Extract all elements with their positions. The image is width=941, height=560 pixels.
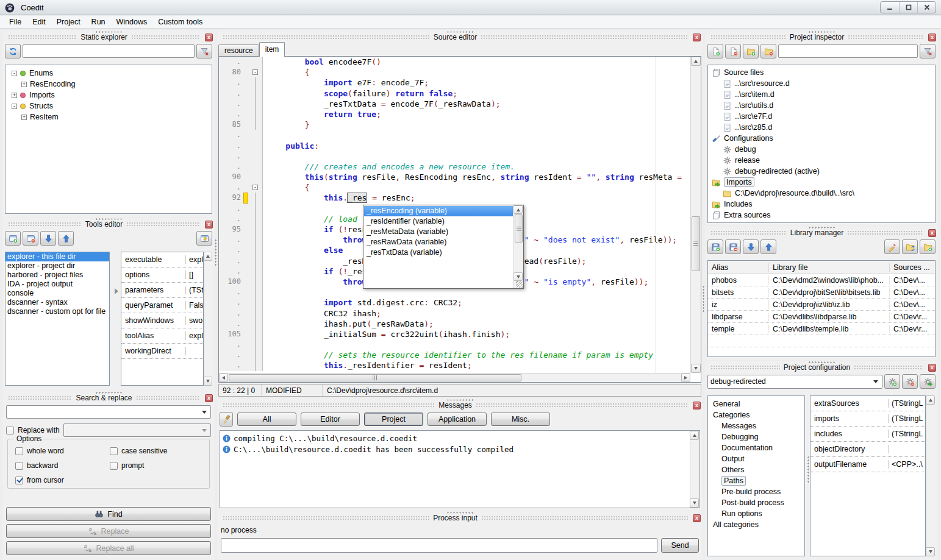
splitter-grip[interactable] [446, 31, 473, 33]
replace-button[interactable]: baReplace [6, 524, 211, 538]
property-value[interactable]: swoNone [186, 316, 203, 325]
from-cursor-checkbox[interactable] [15, 477, 23, 484]
filter-project-button[interactable]: Project [364, 413, 423, 426]
splitter-grip[interactable] [808, 31, 835, 33]
project-tree-row[interactable]: Extra sources [709, 210, 934, 221]
splitter-grip[interactable] [95, 31, 122, 33]
property-value[interactable]: [] [186, 271, 203, 279]
project-tree-row[interactable]: ..\src\utils.d [709, 100, 934, 111]
fold-collapse-icon[interactable]: - [252, 185, 258, 190]
add-lib-folder-button[interactable] [920, 239, 936, 254]
clear-messages-button[interactable] [220, 412, 233, 427]
code-line[interactable]: .- { [219, 182, 690, 193]
property-row[interactable]: executableexplorer [121, 252, 203, 268]
project-tree-row[interactable]: ..\src\e7F.d [709, 111, 934, 122]
config-category-row[interactable]: Categories [709, 409, 803, 420]
code-line[interactable]: . import std.digest.crc: CRC32; [219, 297, 690, 308]
splitter-grip[interactable] [95, 218, 122, 220]
library-row[interactable]: libdparseC:\Dev\dlibs\libdparse.libC:\De… [708, 311, 935, 323]
fold-gutter[interactable]: - [248, 182, 263, 193]
library-row[interactable]: templeC:\Dev\dlibs\temple.libC:\Dev\r... [708, 323, 935, 335]
code-text[interactable]: this(string resFile, ResEncoding resEnc,… [263, 172, 690, 182]
menu-file[interactable]: File [4, 16, 27, 27]
library-table-header[interactable]: Alias Library file Sources ... [708, 261, 935, 274]
project-tree-row[interactable]: release [709, 155, 934, 166]
code-text[interactable]: import std.digest.crc: CRC32; [263, 297, 690, 308]
add-library-button[interactable] [707, 239, 723, 254]
code-line[interactable]: . import e7F: encode_7F; [219, 77, 690, 88]
tool-list-item[interactable]: explorer - this file dir [5, 252, 109, 261]
code-text[interactable]: public: [263, 141, 690, 151]
code-line[interactable]: . CRC32 ihash; [219, 308, 690, 319]
code-text[interactable]: { [263, 67, 690, 77]
config-property-row[interactable]: extraSources(TStringL [810, 396, 925, 411]
config-splitter[interactable] [807, 456, 809, 483]
close-button[interactable] [917, 2, 936, 13]
tool-list-item[interactable]: IDA - project output [5, 280, 109, 289]
config-category-row[interactable]: Run options [709, 508, 803, 519]
symbol-tree-row[interactable]: -Enums [7, 68, 210, 79]
close-panel-icon[interactable]: x [928, 34, 936, 41]
inspector-filter-input[interactable] [778, 44, 918, 58]
tool-list-item[interactable]: console [5, 289, 109, 298]
config-category-row[interactable]: All categories [709, 519, 803, 530]
filter-misc-button[interactable]: Misc. [491, 413, 550, 426]
send-button[interactable]: Send [661, 538, 699, 553]
add-tool-button[interactable] [5, 231, 21, 246]
code-text[interactable]: this._resIdentifier = resIdent; [263, 360, 690, 370]
project-tree-row[interactable]: Includes [709, 199, 934, 210]
grid-scrollbar[interactable] [204, 252, 212, 386]
add-source-button[interactable] [707, 44, 723, 58]
menu-custom-tools[interactable]: Custom tools [152, 16, 208, 27]
filter-editor-button[interactable]: Editor [301, 413, 360, 426]
column-splitter[interactable] [703, 285, 704, 312]
code-text[interactable] [263, 151, 690, 161]
config-property-row[interactable]: outputFilename<CPP>..\ [810, 457, 925, 472]
close-panel-icon[interactable]: x [693, 402, 701, 409]
code-text[interactable] [263, 130, 690, 140]
code-text[interactable]: scope(failure) return false; [263, 88, 690, 99]
tab-resource[interactable]: resource [218, 44, 259, 57]
project-tree-row[interactable]: Configurations [709, 133, 934, 144]
edit-library-button[interactable] [884, 239, 900, 254]
code-line[interactable]: . [219, 130, 690, 140]
code-line[interactable]: 105 _initialSum = crc322uint(ihash.finis… [219, 329, 690, 339]
replace-all-button[interactable]: baReplace all [6, 541, 211, 555]
code-line[interactable]: 90 this(string resFile, ResEncoding resE… [219, 172, 690, 182]
property-value[interactable]: False [186, 301, 203, 310]
completion-item[interactable]: _resMetaData (variable) [364, 227, 513, 237]
project-tree-row[interactable]: Source files [709, 67, 934, 78]
completion-item[interactable]: _resTxtData (variable) [364, 247, 513, 258]
popup-resize-grip[interactable] [516, 281, 523, 288]
remove-folder-button[interactable] [760, 44, 776, 58]
splitter-grip[interactable] [95, 392, 122, 394]
close-panel-icon[interactable]: x [205, 394, 213, 402]
code-text[interactable] [263, 339, 690, 350]
symbol-tree-row[interactable]: +Imports [7, 90, 210, 101]
popup-scrollbar[interactable] [513, 205, 523, 288]
splitter-grip[interactable] [808, 227, 835, 229]
code-line[interactable]: . public: [219, 141, 690, 151]
tree-expander-icon[interactable]: - [12, 104, 17, 109]
config-category-row[interactable]: Output [709, 453, 803, 464]
code-line[interactable]: 80- { [219, 67, 690, 77]
config-category-row[interactable]: Messages [709, 420, 803, 431]
config-category-row[interactable]: Others [709, 464, 803, 475]
log-entry[interactable]: C:\...\build\resource.d.coedit has been … [220, 444, 699, 455]
case-sensitive-checkbox[interactable] [110, 447, 118, 455]
completion-item[interactable]: _resEncoding (variable) [364, 206, 513, 216]
add-config-button[interactable] [884, 374, 900, 389]
project-tree-row[interactable]: C:\Dev\dproj\resource.d\build\..\src\ [709, 188, 934, 199]
code-text[interactable]: _initialSum = crc322uint(ihash.finish); [263, 329, 690, 339]
menu-edit[interactable]: Edit [27, 16, 51, 27]
code-line[interactable]: . _resTxtData = encode_7F(_resRawData); [219, 99, 690, 109]
close-panel-icon[interactable]: x [693, 34, 701, 41]
remove-library-button[interactable] [725, 239, 741, 254]
property-value[interactable]: explorer [186, 255, 203, 264]
tool-list-item[interactable]: dscanner - syntax [5, 298, 109, 307]
close-panel-icon[interactable]: x [205, 221, 213, 229]
config-property-row[interactable]: includes(TStringL [810, 427, 925, 442]
tree-expander-icon[interactable]: + [21, 115, 27, 120]
config-property-row[interactable]: imports(TStringL [810, 411, 925, 427]
config-property-value[interactable]: (TStringL [889, 430, 925, 438]
